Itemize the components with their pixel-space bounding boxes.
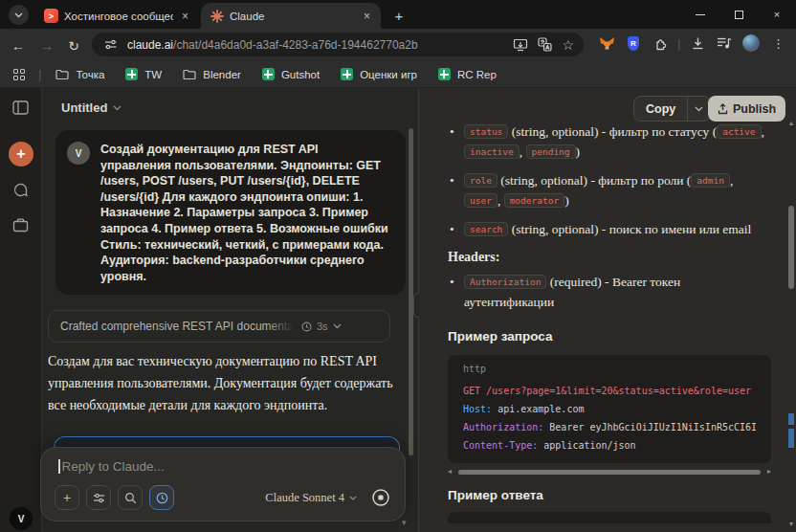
horizontal-scrollbar-thumb[interactable] [458,470,761,475]
code-line: GET /users?page=1&limit=20&status=active… [463,382,756,400]
model-selector[interactable]: Claude Sonnet 4 [265,491,357,505]
tab-title: Хостинговое сообщество «Tim [64,11,173,22]
window-close-button[interactable]: × [758,0,796,29]
address-bar[interactable]: claude.ai/chat/d4a6da0d-a3af-4283-a76d-1… [92,33,584,56]
artifact-content: status (string, optional) - фильтр по ст… [448,117,771,532]
bookmark-rc-rep[interactable]: RC Rep [438,68,497,80]
list-item: Authorization (required) - Bearer токен … [448,273,771,312]
chevron-down-icon [333,323,342,329]
assistant-message-text: Создам для вас техническую документацию … [48,350,406,416]
tools-button[interactable] [86,485,111,510]
bookmark-blender[interactable]: Blender [183,69,241,80]
minimize-button[interactable] [681,0,719,29]
inline-code: pending [526,144,576,159]
text-segment: , [730,173,733,188]
scroll-left-arrow-icon[interactable]: ◂ [448,468,452,476]
voice-record-button[interactable] [368,485,393,510]
bookmarks-bar: | Точка TW Blender Gutshot Оценки игр RC… [0,61,796,88]
downloads-icon[interactable] [687,36,708,51]
chat-panel: Untitled V Создай документацию для REST … [42,88,419,532]
conversation-title-menu[interactable]: Untitled [61,100,122,115]
extensions-puzzle-icon[interactable] [650,36,671,51]
list-item: status (string, optional) - фильтр по ст… [448,122,771,163]
projects-icon[interactable] [12,218,29,233]
bookmark-tw[interactable]: TW [125,68,162,80]
thinking-duration: 3s [317,321,328,332]
text-segment: (string, optional) - фильтр по статусу ( [508,124,717,139]
bookmark-star-icon[interactable]: ☆ [562,37,574,53]
tab-bar: > Хостинговое сообщество «Tim × Claude ×… [0,0,796,29]
clock-icon [301,321,312,332]
new-chat-button[interactable]: + [9,142,33,166]
model-name: Claude Sonnet 4 [265,491,344,505]
chats-icon[interactable] [12,183,29,199]
user-avatar[interactable]: V [10,507,33,530]
sheets-icon [125,68,138,80]
bookmark-game-ratings[interactable]: Оценки игр [341,68,417,80]
folder-icon [183,69,196,79]
sidebar-toggle-icon[interactable] [12,100,29,115]
tab-search-button[interactable] [9,5,29,25]
parameter-list: status (string, optional) - фильтр по ст… [448,122,771,240]
headers-list: Authorization (required) - Bearer токен … [448,273,771,312]
extensions-row: R | ⋮ [593,34,791,52]
maximize-button[interactable] [719,0,758,29]
forward-button[interactable]: → [36,36,57,55]
bookmark-gutshot[interactable]: Gutshot [262,68,320,80]
tab-hosting-community[interactable]: > Хостинговое сообщество «Tim × [34,3,199,29]
text-segment: , [520,144,526,159]
sheets-icon [438,68,451,80]
inline-code: status [464,124,508,139]
site-info-icon[interactable] [103,37,118,52]
request-example-heading: Пример запроса [448,329,771,344]
bookmark-tochka[interactable]: Точка [55,69,104,80]
artifact-close-button[interactable]: × [769,96,790,119]
send-to-device-icon[interactable] [513,38,528,52]
reload-button[interactable]: ↻ [63,36,84,55]
window-controls: × [681,0,796,29]
translate-icon[interactable] [538,37,552,52]
profile-avatar[interactable] [741,34,762,52]
app-sidebar: + V [0,88,42,532]
inline-code: search [464,222,508,236]
tab-close-icon[interactable]: × [179,10,191,23]
panel-scrollbar-thumb[interactable] [788,206,794,289]
media-controls-icon[interactable] [714,36,735,50]
panel-scroll-down-icon[interactable]: ▾ [789,520,793,528]
reply-composer: Reply to Claude... + Claude Sonnet 4 [40,447,406,521]
list-item: search (string, optional) - поиск по име… [448,220,771,240]
artifact-panel: Copy Publish × status (string, optional)… [419,88,796,532]
text-segment: ) [576,144,581,159]
metamask-icon[interactable] [596,36,617,51]
inline-code: active [717,124,761,139]
code-line: Authorization: Bearer eyJhbGciOiJIUzI1Ni… [463,418,756,436]
tab-claude[interactable]: Claude × [201,3,381,29]
claude-app: + V Untitled V Создай документацию для R… [0,88,796,532]
panel-scroll-up-icon[interactable]: ▴ [789,119,793,127]
headers-heading: Headers: [448,250,771,265]
scroll-down-arrow-icon[interactable]: ▾ [402,518,407,527]
inline-code: inactive [464,144,520,159]
new-tab-button[interactable]: + [388,5,409,26]
inline-code: Authorization [464,275,546,289]
attach-button[interactable]: + [55,485,79,510]
inline-code: moderator [504,193,564,208]
extended-thinking-button[interactable] [149,485,174,510]
code-horizontal-scrollbar: ◂ ▸ [448,468,771,476]
tab-close-icon[interactable]: × [361,10,373,23]
browser-menu-icon[interactable]: ⋮ [767,36,788,51]
chat-scrollbar-thumb[interactable] [409,128,413,455]
apps-grid-icon[interactable] [13,69,25,80]
thinking-summary[interactable]: Crafted comprehensive REST API documenta… [48,310,390,343]
reply-input[interactable]: Reply to Claude... [58,459,165,474]
back-button[interactable]: ← [8,36,29,55]
scroll-right-arrow-icon[interactable]: ▸ [767,468,771,476]
inline-code: role [464,173,498,188]
url-path: /chat/d4a6da0d-a3af-4283-a76d-194462770a… [173,38,418,52]
code-line: Host: api.example.com [463,400,756,418]
text-segment: , [498,193,504,208]
chevron-down-icon [695,106,703,112]
research-button[interactable] [118,485,143,510]
shield-extension-icon[interactable]: R [623,36,644,51]
text-segment: (string, optional) - фильтр по роли ( [498,173,691,188]
